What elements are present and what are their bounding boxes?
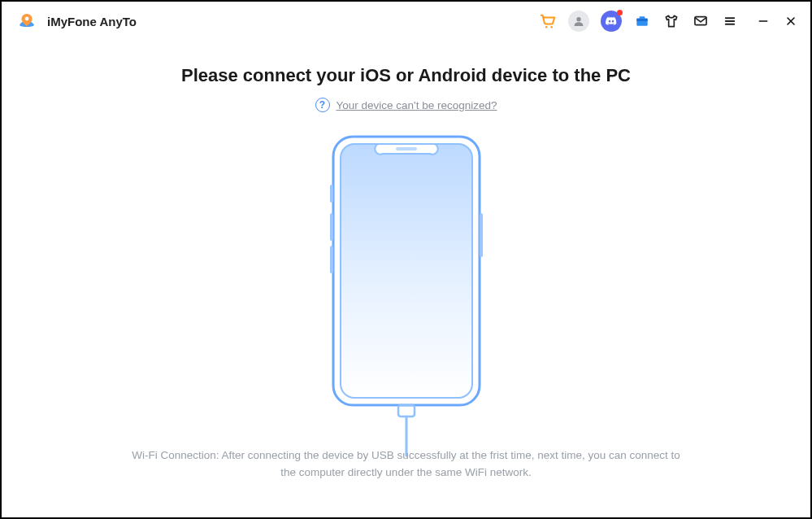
svg-rect-14 xyxy=(341,144,472,398)
svg-rect-19 xyxy=(480,213,483,257)
phone-illustration xyxy=(321,132,492,441)
app-title: iMyFone AnyTo xyxy=(47,15,137,28)
help-row: ? Your device can't be recognized? xyxy=(315,98,497,112)
help-link[interactable]: Your device can't be recognized? xyxy=(337,99,497,111)
svg-rect-15 xyxy=(396,147,417,150)
svg-point-3 xyxy=(576,17,580,21)
svg-rect-20 xyxy=(398,405,415,417)
discord-icon[interactable] xyxy=(601,11,622,32)
toolbox-icon[interactable] xyxy=(633,12,651,30)
app-window: iMyFone AnyTo xyxy=(0,0,812,519)
help-question-icon: ? xyxy=(315,98,330,112)
mail-icon[interactable] xyxy=(692,12,710,30)
user-icon[interactable] xyxy=(568,11,589,32)
shirt-icon[interactable] xyxy=(662,12,680,30)
headline-text: Please connect your iOS or Android devic… xyxy=(181,65,631,86)
svg-point-1 xyxy=(545,26,548,28)
svg-rect-18 xyxy=(330,246,333,273)
notification-dot-icon xyxy=(617,10,623,15)
close-button[interactable] xyxy=(783,13,799,29)
minimize-button[interactable] xyxy=(755,13,771,29)
svg-rect-17 xyxy=(330,213,333,241)
app-logo-icon xyxy=(16,11,37,32)
svg-rect-16 xyxy=(330,185,333,203)
title-bar: iMyFone AnyTo xyxy=(2,2,810,41)
toolbar-icons xyxy=(539,11,799,32)
menu-icon[interactable] xyxy=(721,12,739,30)
footer-note: Wi-Fi Connection: After connecting the d… xyxy=(114,447,699,496)
svg-point-2 xyxy=(550,26,553,28)
main-content: Please connect your iOS or Android devic… xyxy=(2,41,810,517)
cart-icon[interactable] xyxy=(539,12,557,30)
svg-point-0 xyxy=(25,17,29,21)
svg-rect-5 xyxy=(636,19,647,21)
